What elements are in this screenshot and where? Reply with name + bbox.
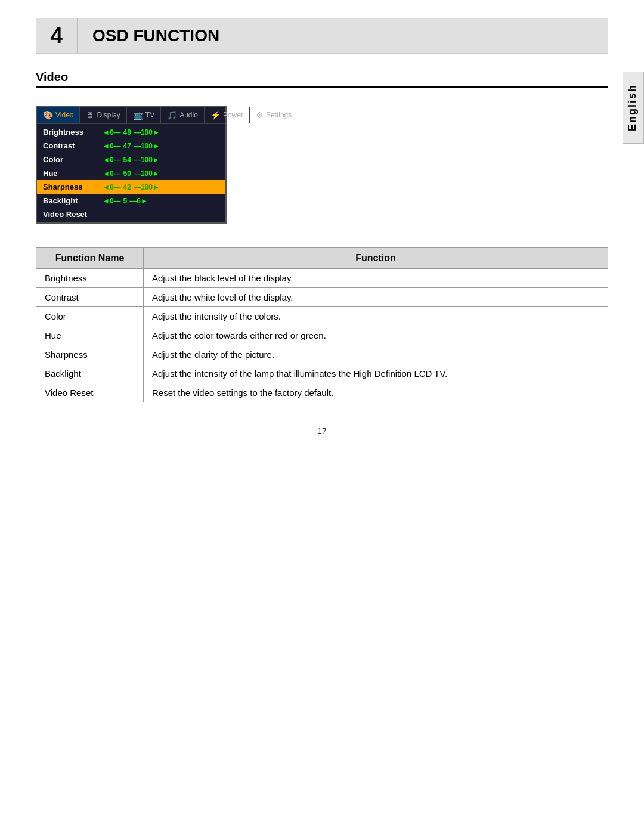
section-title: Video	[36, 70, 608, 88]
osd-tab-video-label: Video	[55, 111, 73, 119]
table-cell-desc-2: Adjust the intensity of the colors.	[144, 307, 608, 326]
osd-row-hue: Hue ◄0— 50 —100►	[37, 166, 225, 180]
osd-row-contrast: Contrast ◄0— 47 —100►	[37, 139, 225, 153]
osd-backlight-value: 5	[123, 197, 128, 205]
osd-row-backlight: Backlight ◄0— 5 —6►	[37, 194, 225, 208]
table-cell-name-1: Contrast	[36, 288, 144, 307]
tv-tab-icon: 📺	[133, 110, 143, 120]
table-row: ColorAdjust the intensity of the colors.	[36, 307, 608, 326]
osd-color-label: Color	[43, 155, 103, 164]
table-cell-name-0: Brightness	[36, 269, 144, 288]
osd-tabs: 🎨 Video 🖥 Display 📺 TV 🎵 Audio ⚡ Power ⚙	[37, 107, 225, 124]
osd-tab-audio: 🎵 Audio	[161, 107, 205, 123]
table-cell-name-2: Color	[36, 307, 144, 326]
osd-contrast-slider: ◄0— 47 —100►	[103, 142, 160, 150]
osd-screenshot: 🎨 Video 🖥 Display 📺 TV 🎵 Audio ⚡ Power ⚙	[36, 106, 227, 224]
osd-tab-display-label: Display	[97, 111, 120, 119]
osd-tab-settings: ⚙ Settings	[250, 107, 298, 123]
osd-row-sharpness: Sharpness ◄0— 42 —100►	[37, 180, 225, 194]
osd-color-value: 54	[123, 156, 131, 164]
table-row: Video ResetReset the video settings to t…	[36, 383, 608, 402]
osd-backlight-label: Backlight	[43, 196, 103, 205]
video-tab-icon: 🎨	[43, 110, 53, 120]
table-cell-desc-3: Adjust the color towards either red or g…	[144, 326, 608, 345]
col-function-header: Function	[144, 248, 608, 269]
osd-sharpness-value: 42	[123, 183, 131, 191]
table-cell-desc-6: Reset the video settings to the factory …	[144, 383, 608, 402]
audio-tab-icon: 🎵	[167, 110, 177, 120]
osd-color-slider: ◄0— 54 —100►	[103, 156, 160, 164]
table-header-row: Function Name Function	[36, 248, 608, 269]
osd-tab-settings-label: Settings	[266, 111, 292, 119]
osd-tab-tv: 📺 TV	[127, 107, 161, 123]
osd-row-color: Color ◄0— 54 —100►	[37, 153, 225, 166]
table-row: SharpnessAdjust the clarity of the pictu…	[36, 345, 608, 364]
osd-row-video-reset: Video Reset	[37, 208, 225, 221]
page-number: 17	[0, 426, 644, 436]
power-tab-icon: ⚡	[210, 110, 221, 120]
chapter-title: OSD FUNCTION	[78, 18, 234, 53]
chapter-header: 4 OSD FUNCTION	[36, 18, 608, 54]
osd-tab-tv-label: TV	[145, 111, 154, 119]
osd-tab-video: 🎨 Video	[37, 107, 80, 123]
chapter-number: 4	[36, 18, 78, 53]
table-row: HueAdjust the color towards either red o…	[36, 326, 608, 345]
table-cell-desc-5: Adjust the intensity of the lamp that il…	[144, 364, 608, 383]
osd-hue-slider: ◄0— 50 —100►	[103, 169, 160, 178]
table-cell-desc-0: Adjust the black level of the display.	[144, 269, 608, 288]
osd-contrast-label: Contrast	[43, 141, 103, 150]
osd-tab-display: 🖥 Display	[80, 107, 126, 123]
side-language-tab: English	[623, 72, 644, 144]
osd-row-brightness: Brightness ◄0— 48 —100►	[37, 125, 225, 139]
osd-rows: Brightness ◄0— 48 —100► Contrast ◄0— 47 …	[37, 124, 225, 222]
osd-hue-label: Hue	[43, 169, 103, 178]
osd-tab-power-label: Power	[223, 111, 243, 119]
osd-tab-audio-label: Audio	[179, 111, 198, 119]
table-cell-desc-4: Adjust the clarity of the picture.	[144, 345, 608, 364]
table-cell-name-5: Backlight	[36, 364, 144, 383]
table-cell-name-4: Sharpness	[36, 345, 144, 364]
osd-contrast-value: 47	[123, 142, 131, 150]
display-tab-icon: 🖥	[86, 110, 94, 120]
table-row: BacklightAdjust the intensity of the lam…	[36, 364, 608, 383]
function-table-container: Function Name Function BrightnessAdjust …	[36, 247, 608, 402]
table-cell-name-6: Video Reset	[36, 383, 144, 402]
table-cell-name-3: Hue	[36, 326, 144, 345]
osd-hue-value: 50	[123, 169, 131, 178]
osd-sharpness-label: Sharpness	[43, 182, 103, 191]
osd-tab-power: ⚡ Power	[205, 107, 250, 123]
osd-backlight-slider: ◄0— 5 —6►	[103, 197, 148, 205]
osd-sharpness-slider: ◄0— 42 —100►	[103, 183, 160, 191]
table-row: ContrastAdjust the white level of the di…	[36, 288, 608, 307]
osd-video-reset-label: Video Reset	[43, 210, 103, 219]
col-function-name-header: Function Name	[36, 248, 144, 269]
osd-brightness-label: Brightness	[43, 128, 103, 137]
function-table: Function Name Function BrightnessAdjust …	[36, 247, 608, 402]
table-row: BrightnessAdjust the black level of the …	[36, 269, 608, 288]
table-cell-desc-1: Adjust the white level of the display.	[144, 288, 608, 307]
osd-brightness-slider: ◄0— 48 —100►	[103, 128, 160, 137]
settings-tab-icon: ⚙	[256, 110, 264, 120]
osd-brightness-value: 48	[123, 128, 131, 137]
osd-menu: 🎨 Video 🖥 Display 📺 TV 🎵 Audio ⚡ Power ⚙	[36, 106, 227, 224]
